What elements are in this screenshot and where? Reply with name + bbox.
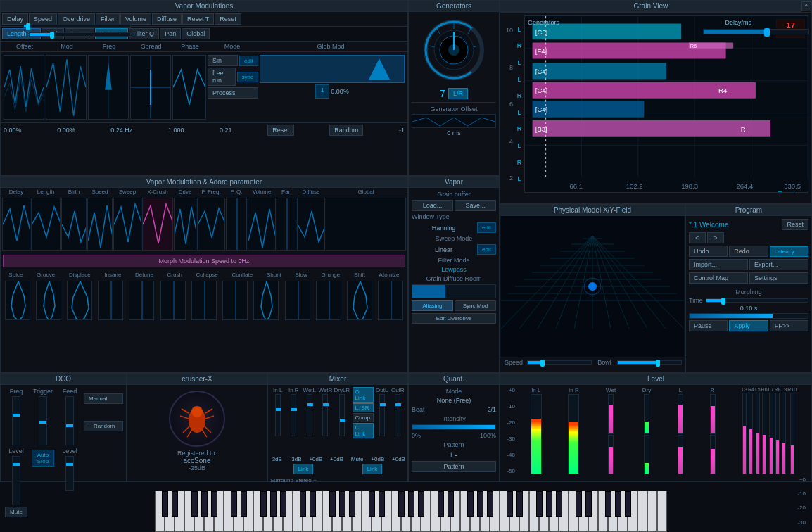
piano-black-1-3[interactable]	[260, 491, 267, 517]
intensity-slider[interactable]	[412, 424, 496, 430]
reset-button[interactable]: Reset	[267, 125, 294, 136]
piano-white-3-3[interactable]	[391, 491, 401, 532]
load-button[interactable]: Load...	[412, 200, 453, 211]
aliasing-button[interactable]: Aliasing	[412, 300, 453, 311]
o-link-button[interactable]: O Link	[353, 387, 374, 403]
redo-button[interactable]: Redo	[729, 246, 768, 257]
piano-black-5-1[interactable]	[516, 491, 523, 517]
piano-black-1-0[interactable]	[231, 491, 237, 517]
random-dco-button[interactable]: ~ Random	[84, 421, 123, 431]
pause-button[interactable]: Pause	[689, 320, 728, 331]
piano-black-5-4[interactable]	[546, 491, 552, 517]
tab-delay[interactable]: Delay	[2, 13, 28, 25]
piano-white-end-2[interactable]	[657, 491, 667, 532]
piano-white-end-0[interactable]	[637, 491, 647, 532]
settings-button[interactable]: Settings	[749, 272, 808, 284]
piano-black-2-0[interactable]	[300, 491, 306, 517]
grain-diffuse-slider[interactable]	[412, 284, 496, 298]
tab-speed[interactable]: Speed	[29, 13, 57, 25]
piano-black-3-3[interactable]	[398, 491, 405, 517]
piano-black-0-3[interactable]	[191, 491, 198, 517]
auto-stop-button[interactable]: Auto Stop	[32, 450, 54, 467]
piano-white-2-0[interactable]	[293, 491, 303, 532]
piano-black-6-1[interactable]	[585, 491, 592, 517]
sync-mod-button[interactable]: Sync Mod	[455, 300, 496, 311]
lr-button[interactable]: L/R	[448, 88, 468, 99]
sync-btn[interactable]: sync	[237, 72, 258, 82]
dco-freq-slider[interactable]	[12, 396, 20, 445]
xy-field[interactable]	[500, 216, 685, 357]
tab-overdrive[interactable]: Overdrive	[58, 13, 95, 25]
speed-slider[interactable]	[527, 360, 592, 365]
piano-black-0-4[interactable]	[201, 491, 208, 517]
comp-button[interactable]: Comp	[353, 413, 374, 422]
morph-button[interactable]: Morph Modulation Speed to 0Hz	[3, 255, 405, 267]
piano-white-5-0[interactable]	[500, 491, 509, 532]
wetr-slider[interactable]	[322, 394, 328, 436]
piano-black-0-0[interactable]	[162, 491, 168, 517]
link1-button[interactable]: Link	[293, 464, 314, 474]
export-button[interactable]: Export...	[749, 259, 808, 270]
edit-overdrive-button[interactable]: Edit Overdrive	[412, 313, 496, 324]
l-sr-button[interactable]: L. SR	[353, 403, 374, 412]
morph-time-slider[interactable]	[706, 298, 808, 303]
mute-button[interactable]: Mute	[5, 507, 27, 517]
piano-white-5-3[interactable]	[529, 491, 539, 532]
piano-black-4-0[interactable]	[438, 491, 444, 517]
tab-volume[interactable]: Volume	[120, 13, 151, 25]
piano-black-4-3[interactable]	[467, 491, 474, 517]
piano-white-6-3[interactable]	[598, 491, 608, 532]
piano-white-1-3[interactable]	[253, 491, 263, 532]
piano-black-6-5[interactable]	[625, 491, 631, 517]
program-reset-button[interactable]: Reset	[782, 219, 808, 230]
piano-black-3-5[interactable]	[418, 491, 424, 517]
inr-slider[interactable]	[291, 394, 296, 436]
piano-white-4-0[interactable]	[431, 491, 440, 532]
piano-black-6-0[interactable]	[576, 491, 582, 517]
window-edit-btn[interactable]: edit	[477, 222, 496, 233]
random-button[interactable]: Random	[329, 125, 363, 136]
piano-keyboard[interactable]: // Draw white keys	[155, 1, 699, 50]
piano-black-2-3[interactable]	[329, 491, 336, 517]
c-link-button[interactable]: C Link	[353, 423, 374, 438]
piano-white-1-0[interactable]	[224, 491, 234, 532]
outr-slider[interactable]	[395, 394, 400, 436]
piano-black-2-5[interactable]	[349, 491, 355, 517]
manual-button[interactable]: Manual	[84, 393, 123, 404]
piano-black-1-4[interactable]	[270, 491, 277, 517]
prev-button[interactable]: <	[689, 232, 706, 243]
piano-white-0-3[interactable]	[184, 491, 194, 532]
control-map-button[interactable]: Control Map	[689, 272, 748, 284]
feed-level-slider[interactable]	[65, 456, 74, 491]
piano-white-2-3[interactable]	[322, 491, 332, 532]
pattern-button[interactable]: Pattern	[412, 461, 496, 472]
piano-black-5-5[interactable]	[556, 491, 562, 517]
piano-black-4-1[interactable]	[448, 491, 454, 517]
inl-slider[interactable]	[275, 394, 281, 436]
apply-button[interactable]: Apply	[729, 320, 768, 331]
mode-freerun[interactable]: free run	[208, 68, 236, 86]
feed-slider[interactable]	[65, 396, 74, 445]
wetl-slider[interactable]	[307, 394, 312, 436]
bowl-slider[interactable]	[617, 360, 682, 365]
edit-btn[interactable]: edit	[239, 56, 258, 66]
ff-button[interactable]: FF>>	[770, 320, 808, 331]
piano-container[interactable]	[155, 482, 704, 532]
piano-black-1-1[interactable]	[241, 491, 247, 517]
piano-white-end-1[interactable]	[647, 491, 657, 532]
piano-white-0-0[interactable]	[155, 491, 165, 532]
piano-black-2-4[interactable]	[339, 491, 345, 517]
save-button[interactable]: Save...	[455, 200, 496, 211]
piano-black-6-4[interactable]	[615, 491, 621, 517]
piano-black-3-1[interactable]	[379, 491, 385, 517]
attack-slider[interactable]	[23, 24, 131, 28]
outl-slider[interactable]	[379, 394, 385, 436]
import-button[interactable]: Import...	[689, 259, 748, 270]
piano-black-5-3[interactable]	[536, 491, 543, 517]
drylr-slider[interactable]	[339, 394, 345, 436]
piano-white-3-0[interactable]	[362, 491, 372, 532]
piano-black-6-3[interactable]	[605, 491, 611, 517]
dco-level-slider[interactable]	[12, 456, 20, 505]
latency-button[interactable]: Latency	[770, 246, 808, 257]
piano-black-3-4[interactable]	[408, 491, 414, 517]
